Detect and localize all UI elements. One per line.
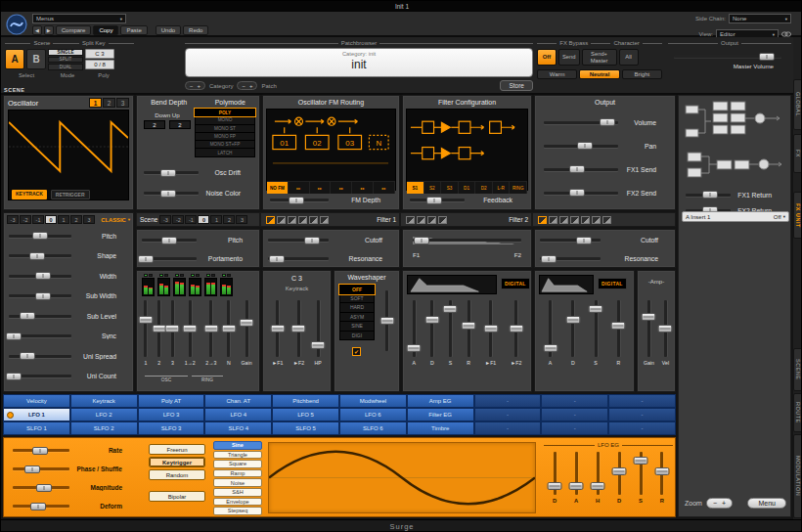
- undo-button[interactable]: Undo: [156, 25, 181, 35]
- osc-octave-3[interactable]: 3: [83, 215, 95, 224]
- slider-handle[interactable]: [304, 237, 320, 244]
- poly-count-value[interactable]: 0 / 8: [85, 60, 114, 69]
- fx-bypass-off[interactable]: Off: [537, 49, 557, 66]
- slider-handle[interactable]: [311, 341, 326, 349]
- slider-handle[interactable]: [443, 305, 458, 313]
- filter-type-icon[interactable]: [549, 216, 557, 224]
- slider-handle[interactable]: [161, 237, 177, 244]
- f1-slider[interactable]: [489, 300, 492, 357]
- d-slider[interactable]: [618, 452, 621, 495]
- filter2-menu-icon[interactable]: [538, 216, 547, 224]
- lfo-shape-ramp[interactable]: Ramp: [213, 469, 262, 478]
- slider-handle[interactable]: [35, 272, 51, 280]
- lfo-shape-square[interactable]: Square: [213, 460, 262, 468]
- h-slider[interactable]: [597, 452, 600, 495]
- slider-handle[interactable]: [152, 325, 166, 332]
- pitch-slider[interactable]: [9, 235, 71, 238]
- mod-source-slfo-2[interactable]: SLFO 2: [70, 421, 138, 435]
- slider-handle[interactable]: [183, 325, 198, 332]
- slider-handle[interactable]: [591, 482, 605, 490]
- next-patch-button[interactable]: ▶: [44, 25, 54, 35]
- amp-eg-mode-badge[interactable]: DIGITAL: [598, 278, 627, 289]
- scene-mode-split[interactable]: SPLIT: [48, 57, 83, 64]
- f1-slider[interactable]: [276, 300, 279, 357]
- mod-source-timbre[interactable]: Timbre: [407, 421, 474, 435]
- fm-depth-slider[interactable]: [270, 199, 329, 201]
- scene-mode-single[interactable]: SINGLE: [48, 49, 83, 56]
- fx1-return-slider[interactable]: [686, 194, 731, 197]
- scene-octave-2[interactable]: 2: [223, 215, 235, 224]
- filter-type-icon[interactable]: [570, 216, 579, 224]
- fx-bypass-all[interactable]: All: [619, 49, 639, 66]
- mod-source-lfo-4[interactable]: LFO 4: [204, 408, 272, 421]
- mod-source-item[interactable]: -: [608, 421, 676, 435]
- lfo-trigger-random[interactable]: Random: [149, 469, 205, 480]
- slider-handle[interactable]: [138, 316, 153, 324]
- slider-handle[interactable]: [291, 325, 306, 332]
- scene-octave-3[interactable]: 3: [236, 215, 247, 224]
- slider-handle[interactable]: [379, 317, 394, 325]
- lfo-shape-triangle[interactable]: Triangle: [213, 451, 262, 460]
- filter-type-icon[interactable]: [288, 216, 296, 224]
- filter-type-icon[interactable]: [417, 216, 425, 224]
- patch-next-button[interactable]: +: [249, 83, 253, 89]
- osc-octave-3[interactable]: -3: [7, 215, 19, 224]
- tab-global[interactable]: GLOBAL: [793, 79, 802, 130]
- resonance-slider[interactable]: [268, 257, 329, 260]
- scene-select-a-button[interactable]: A: [5, 49, 24, 69]
- noise-color-slider[interactable]: [144, 192, 199, 195]
- slider-handle[interactable]: [160, 169, 176, 177]
- filter-config-display[interactable]: S1S2S3D1D2L-RRING: [406, 109, 528, 191]
- osc-retrigger-toggle[interactable]: RETRIGGER: [51, 190, 90, 200]
- filter-type-icon[interactable]: [320, 216, 329, 224]
- a-slider[interactable]: [575, 452, 578, 495]
- lfo-shape-noise[interactable]: Noise: [213, 478, 262, 487]
- slider-handle[interactable]: [29, 252, 45, 260]
- polymode-poly[interactable]: POLY: [195, 109, 255, 116]
- s-slider[interactable]: [449, 300, 452, 357]
- waveshaper-enable-checkbox[interactable]: ✔: [352, 347, 361, 356]
- slider-handle[interactable]: [702, 191, 718, 199]
- filter-type-icon[interactable]: [427, 216, 436, 224]
- magnitude-slider[interactable]: [13, 486, 69, 489]
- slider-handle[interactable]: [577, 142, 593, 150]
- slider-handle[interactable]: [165, 325, 180, 332]
- slider-handle[interactable]: [654, 467, 669, 475]
- d-slider[interactable]: [554, 452, 557, 495]
- character-neutral[interactable]: Neutral: [579, 69, 619, 79]
- mod-source-lfo-1[interactable]: LFO 1: [3, 408, 70, 421]
- character-warm[interactable]: Warm: [537, 69, 577, 79]
- slider-handle[interactable]: [569, 165, 585, 173]
- osc-select-3[interactable]: 3: [116, 98, 129, 108]
- polymode-latch[interactable]: LATCH: [195, 149, 255, 156]
- zoom-in-button[interactable]: +: [722, 500, 726, 507]
- slider-handle[interactable]: [462, 322, 476, 330]
- a-slider[interactable]: [549, 300, 552, 357]
- lfo-shape-envelope[interactable]: Envelope: [213, 498, 262, 507]
- split-key-value[interactable]: C 3: [85, 49, 114, 59]
- filter-type-icon[interactable]: [592, 216, 601, 224]
- osc-type-select[interactable]: CLASSIC▾: [101, 217, 130, 223]
- mod-source-chan-at[interactable]: Chan. AT: [204, 394, 272, 408]
- filter-type-icon[interactable]: [602, 216, 611, 224]
- slider-handle[interactable]: [407, 344, 422, 352]
- d-slider[interactable]: [571, 300, 574, 357]
- fx-send-diagram[interactable]: [684, 147, 787, 186]
- osc-octave-2[interactable]: 2: [70, 215, 82, 224]
- vel-slider[interactable]: [664, 300, 667, 357]
- osc-select-2[interactable]: 2: [103, 98, 115, 108]
- feedback-slider[interactable]: [410, 199, 465, 201]
- filter-type-icon[interactable]: [309, 216, 318, 224]
- mod-source-velocity[interactable]: Velocity: [3, 394, 70, 408]
- slider-handle[interactable]: [509, 325, 523, 332]
- n-slider[interactable]: [227, 300, 230, 357]
- slider-handle[interactable]: [221, 325, 236, 332]
- fx-bypass-send-master[interactable]: Send+ Master: [582, 49, 617, 66]
- mod-source-filter-eg[interactable]: Filter EG: [407, 408, 474, 421]
- filter-eg-display[interactable]: [407, 275, 497, 294]
- bend-down-value[interactable]: 2: [144, 120, 165, 129]
- compare-button[interactable]: Compare: [56, 25, 92, 35]
- filter2-type-select[interactable]: Filter 2: [509, 216, 528, 223]
- filter-type-icon[interactable]: [438, 216, 447, 224]
- slider-handle[interactable]: [36, 484, 52, 492]
